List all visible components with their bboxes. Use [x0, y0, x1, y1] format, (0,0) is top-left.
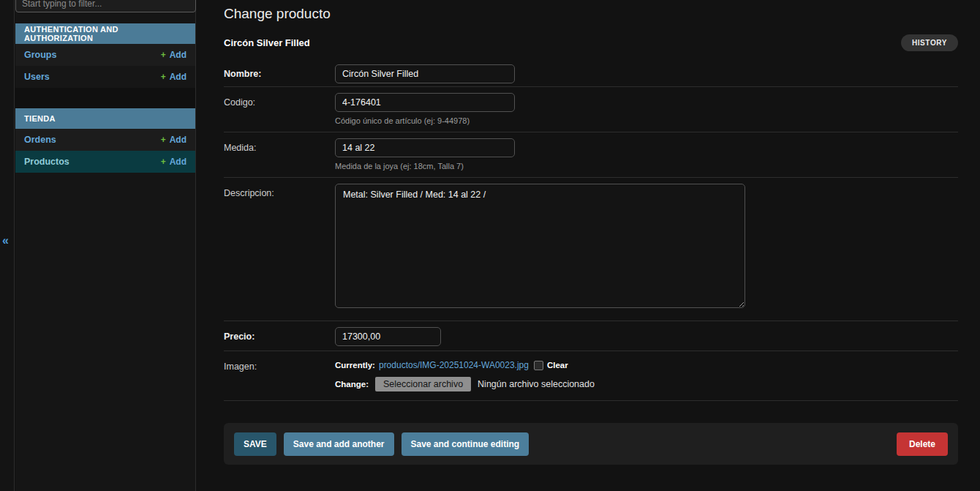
sidebar-item-ordens[interactable]: Ordens + Add — [15, 129, 195, 151]
precio-label: Precio: — [224, 327, 335, 342]
add-icon: + — [161, 135, 166, 145]
productos-link[interactable]: Productos — [24, 157, 69, 167]
codigo-help-text: Código único de artículo (ej: 9-44978) — [335, 116, 958, 125]
add-producto-label: Add — [170, 157, 186, 167]
codigo-input[interactable] — [335, 93, 515, 112]
medida-help-text: Medida de la joya (ej: 18cm, Talla 7) — [335, 162, 958, 170]
groups-link[interactable]: Groups — [24, 50, 56, 60]
change-label: Change: — [335, 380, 369, 389]
save-button[interactable]: SAVE — [234, 432, 276, 456]
users-link[interactable]: Users — [24, 72, 50, 82]
precio-input[interactable] — [335, 327, 441, 346]
save-continue-editing-button[interactable]: Save and continue editing — [402, 432, 529, 456]
descripcion-label: Descripcion: — [224, 184, 335, 198]
medida-input[interactable] — [335, 138, 515, 157]
object-header-row: Circón Silver Filled HISTORY — [224, 34, 958, 51]
add-orden-label: Add — [170, 135, 186, 145]
submit-row: SAVE Save and add another Save and conti… — [224, 423, 958, 465]
field-row-imagen: Imagen: Currently: productos/IMG-2025102… — [224, 351, 958, 401]
add-icon: + — [161, 157, 166, 167]
module-caption-tienda: TIENDA — [15, 108, 195, 129]
add-user-link[interactable]: + Add — [161, 72, 186, 82]
collapse-sidebar-icon[interactable]: « — [2, 234, 9, 247]
add-group-link[interactable]: + Add — [161, 50, 186, 60]
add-user-label: Add — [170, 72, 186, 82]
field-row-precio: Precio: — [224, 321, 958, 351]
add-producto-link[interactable]: + Add — [161, 157, 186, 167]
sidebar-filter-input[interactable] — [15, 0, 196, 12]
delete-button[interactable]: Delete — [897, 432, 948, 456]
no-file-text: Ningún archivo seleccionado — [478, 379, 595, 389]
producto-form: Nombre: Codigo: Código único de artículo… — [224, 59, 958, 465]
sidebar-toggle-rail: « — [0, 0, 15, 491]
medida-label: Medida: — [224, 138, 335, 153]
module-caption-auth: AUTHENTICATION AND AUTHORIZATION — [15, 23, 195, 44]
sidebar-item-users[interactable]: Users + Add — [15, 66, 195, 88]
add-orden-link[interactable]: + Add — [161, 135, 186, 145]
field-row-nombre: Nombre: — [224, 59, 958, 87]
currently-label: Currently: — [335, 361, 375, 370]
save-add-another-button[interactable]: Save and add another — [284, 432, 394, 456]
clear-checkbox[interactable] — [534, 361, 543, 370]
codigo-label: Codigo: — [224, 93, 335, 108]
sidebar-item-productos[interactable]: Productos + Add — [15, 151, 195, 173]
module-gap — [15, 88, 195, 108]
add-icon: + — [161, 50, 166, 60]
add-icon: + — [161, 72, 166, 82]
nav-sidebar: AUTHENTICATION AND AUTHORIZATION Groups … — [15, 0, 196, 491]
nav-module-tienda: TIENDA Ordens + Add Productos + Add — [15, 108, 195, 173]
file-select-button[interactable]: Seleccionar archivo — [375, 377, 471, 391]
nav-module-auth: AUTHENTICATION AND AUTHORIZATION Groups … — [15, 23, 195, 88]
object-title: Circón Silver Filled — [224, 37, 310, 48]
add-group-label: Add — [170, 50, 186, 60]
history-button[interactable]: HISTORY — [901, 34, 958, 51]
current-file-link[interactable]: productos/IMG-20251024-WA0023.jpg — [379, 360, 529, 370]
field-row-codigo: Codigo: Código único de artículo (ej: 9-… — [224, 87, 958, 132]
sidebar-item-groups[interactable]: Groups + Add — [15, 44, 195, 66]
clear-label: Clear — [547, 361, 568, 370]
nombre-input[interactable] — [335, 64, 515, 83]
imagen-label: Imagen: — [224, 357, 335, 372]
nombre-label: Nombre: — [224, 64, 335, 79]
field-row-medida: Medida: Medida de la joya (ej: 18cm, Tal… — [224, 132, 958, 178]
descripcion-textarea[interactable]: Metal: Silver Filled / Med: 14 al 22 / — [335, 184, 745, 308]
current-file-line: Currently: productos/IMG-20251024-WA0023… — [335, 360, 958, 370]
page-title: Change producto — [224, 6, 958, 22]
change-file-line: Change: Seleccionar archivo Ningún archi… — [335, 377, 958, 391]
main-content: Change producto Circón Silver Filled HIS… — [197, 0, 980, 491]
field-row-descripcion: Descripcion: Metal: Silver Filled / Med:… — [224, 178, 958, 321]
ordens-link[interactable]: Ordens — [24, 135, 56, 145]
